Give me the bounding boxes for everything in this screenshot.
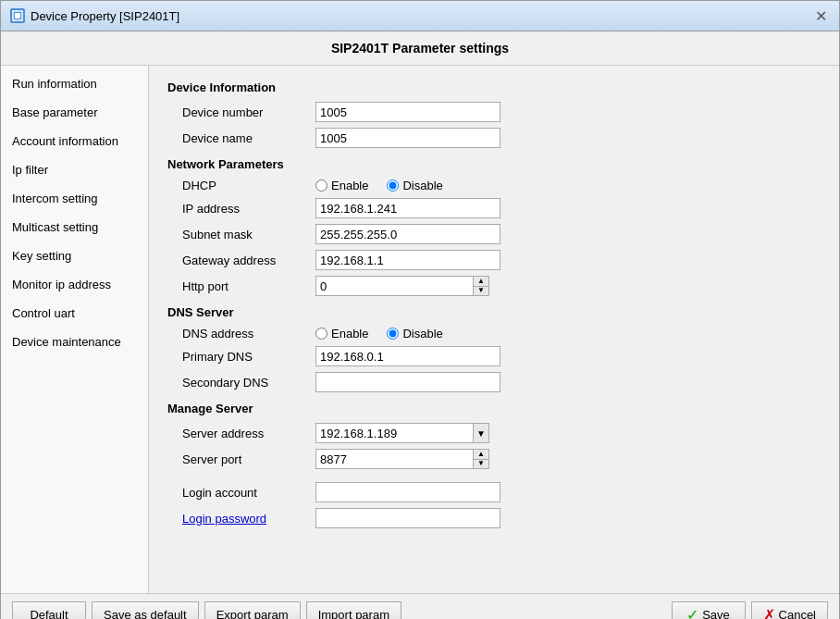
server-address-row: Server address ▼: [167, 423, 821, 443]
dns-enable-radio[interactable]: [315, 328, 327, 340]
http-port-down-btn[interactable]: ▼: [474, 287, 488, 296]
server-port-input[interactable]: [315, 449, 473, 469]
sidebar: Run information Base parameter Account i…: [1, 66, 149, 593]
server-address-dropdown-btn[interactable]: ▼: [473, 423, 489, 443]
primary-dns-row: Primary DNS: [167, 346, 821, 366]
device-number-row: Device number: [167, 102, 821, 122]
window-title: Device Property [SIP2401T]: [31, 9, 179, 23]
http-port-spinner: ▲ ▼: [315, 276, 489, 296]
ip-address-input[interactable]: [315, 198, 500, 218]
sidebar-item-account-information[interactable]: Account information: [1, 127, 148, 155]
svg-rect-1: [15, 13, 20, 19]
dns-disable-radio[interactable]: [387, 328, 399, 340]
window-icon: [10, 8, 25, 23]
server-port-up-btn[interactable]: ▲: [474, 450, 488, 460]
login-account-row: Login account: [167, 482, 821, 502]
import-param-button[interactable]: Import param: [306, 601, 401, 619]
default-button[interactable]: Default: [12, 601, 86, 619]
sidebar-item-run-information[interactable]: Run information: [1, 69, 148, 98]
save-as-default-button[interactable]: Save as default: [92, 601, 199, 619]
export-param-button[interactable]: Export param: [204, 601, 301, 619]
sidebar-item-ip-filter[interactable]: Ip filter: [1, 155, 148, 184]
sidebar-item-monitor-ip-address[interactable]: Monitor ip address: [1, 270, 148, 299]
device-name-row: Device name: [167, 128, 821, 148]
login-password-row: Login password: [167, 508, 821, 528]
dns-disable-label: Disable: [402, 327, 442, 340]
dns-disable-option[interactable]: Disable: [387, 327, 442, 340]
title-bar-left: Device Property [SIP2401T]: [10, 8, 179, 23]
dhcp-disable-radio[interactable]: [387, 180, 399, 192]
check-icon: ✓: [686, 606, 698, 620]
sidebar-item-base-parameter[interactable]: Base parameter: [1, 98, 148, 127]
gateway-row: Gateway address: [167, 250, 821, 270]
device-number-input[interactable]: [315, 102, 500, 122]
secondary-dns-input[interactable]: [315, 372, 500, 392]
save-label: Save: [702, 608, 730, 620]
sidebar-item-intercom-setting[interactable]: Intercom setting: [1, 184, 148, 213]
server-address-input[interactable]: [315, 423, 473, 443]
secondary-dns-row: Secondary DNS: [167, 372, 821, 392]
dhcp-radio-group: Enable Disable: [315, 179, 443, 192]
http-port-spinner-btns: ▲ ▼: [473, 276, 489, 296]
login-password-label[interactable]: Login password: [167, 512, 315, 526]
http-port-up-btn[interactable]: ▲: [474, 277, 488, 287]
subnet-mask-label: Subnet mask: [167, 228, 315, 241]
main-content: Device Information Device number Device …: [149, 66, 839, 593]
save-button[interactable]: ✓ Save: [672, 601, 746, 619]
dns-radio-group: Enable Disable: [315, 327, 443, 340]
server-port-spinner: ▲ ▼: [315, 449, 489, 469]
window-body: Run information Base parameter Account i…: [1, 66, 839, 593]
dhcp-row: DHCP Enable Disable: [167, 179, 821, 192]
footer: Default Save as default Export param Imp…: [1, 593, 839, 619]
server-address-label: Server address: [167, 427, 315, 440]
ip-address-label: IP address: [167, 202, 315, 216]
close-button[interactable]: ✕: [811, 6, 830, 25]
login-password-input[interactable]: [315, 508, 500, 528]
title-bar: Device Property [SIP2401T] ✕: [1, 1, 839, 31]
sidebar-item-control-uart[interactable]: Control uart: [1, 299, 148, 328]
device-name-input[interactable]: [315, 128, 500, 148]
dhcp-disable-label: Disable: [402, 179, 442, 192]
sidebar-item-multicast-setting[interactable]: Multicast setting: [1, 213, 148, 241]
dhcp-label: DHCP: [167, 179, 315, 192]
dhcp-enable-radio[interactable]: [315, 180, 327, 192]
gateway-label: Gateway address: [167, 254, 315, 267]
manage-server-title: Manage Server: [167, 402, 821, 415]
device-info-title: Device Information: [167, 80, 821, 94]
dns-enable-option[interactable]: Enable: [315, 327, 368, 340]
server-port-label: Server port: [167, 452, 315, 466]
login-account-label: Login account: [167, 486, 315, 500]
dhcp-disable-option[interactable]: Disable: [387, 179, 442, 192]
primary-dns-label: Primary DNS: [167, 350, 315, 364]
device-name-label: Device name: [167, 131, 315, 145]
cancel-label: Cancel: [779, 608, 816, 620]
dns-enable-label: Enable: [331, 327, 368, 340]
subnet-mask-row: Subnet mask: [167, 224, 821, 244]
ip-address-row: IP address: [167, 198, 821, 218]
main-window: Device Property [SIP2401T] ✕ SIP2401T Pa…: [0, 0, 840, 619]
http-port-input[interactable]: [315, 276, 473, 296]
login-account-input[interactable]: [315, 482, 500, 502]
subnet-mask-input[interactable]: [315, 224, 500, 244]
http-port-label: Http port: [167, 279, 315, 293]
dns-address-label: DNS address: [167, 327, 315, 340]
server-address-dropdown-wrap: ▼: [315, 423, 489, 443]
sidebar-item-key-setting[interactable]: Key setting: [1, 241, 148, 270]
primary-dns-input[interactable]: [315, 346, 500, 366]
dhcp-enable-option[interactable]: Enable: [315, 179, 368, 192]
server-port-down-btn[interactable]: ▼: [474, 460, 488, 469]
server-port-row: Server port ▲ ▼: [167, 449, 821, 469]
gateway-input[interactable]: [315, 250, 500, 270]
network-title: Network Parameters: [167, 157, 821, 171]
x-icon: ✗: [763, 606, 775, 620]
dns-address-row: DNS address Enable Disable: [167, 327, 821, 340]
server-port-spinner-btns: ▲ ▼: [473, 449, 489, 469]
cancel-button[interactable]: ✗ Cancel: [751, 601, 828, 619]
http-port-row: Http port ▲ ▼: [167, 276, 821, 296]
dhcp-enable-label: Enable: [331, 179, 368, 192]
secondary-dns-label: Secondary DNS: [167, 376, 315, 390]
window-header: SIP2401T Parameter settings: [1, 31, 839, 66]
dns-title: DNS Server: [167, 305, 821, 319]
sidebar-item-device-maintenance[interactable]: Device maintenance: [1, 328, 148, 356]
device-number-label: Device number: [167, 105, 315, 119]
